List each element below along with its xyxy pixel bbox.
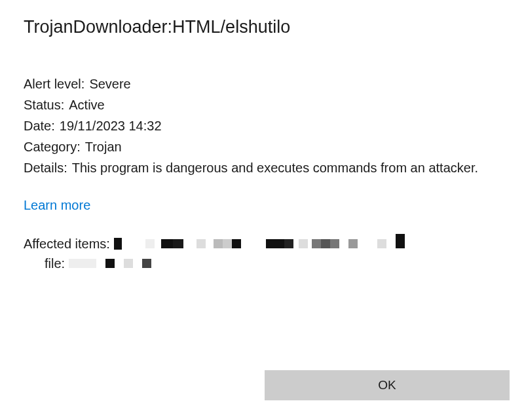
button-row: OK [265,370,510,400]
file-row: file: [24,254,500,273]
category-label: Category: [24,136,81,157]
category-row: Category: Trojan [24,136,500,157]
details-row: Details: This program is dangerous and e… [24,157,500,178]
dialog-content: Alert level: Severe Status: Active Date:… [0,37,524,273]
date-label: Date: [24,115,55,136]
file-label: file: [45,254,65,273]
affected-items-row: Affected items: [24,234,500,254]
status-label: Status: [24,94,64,115]
learn-more-link[interactable]: Learn more [24,198,90,213]
details-label: Details: [24,157,67,178]
alert-level-label: Alert level: [24,73,84,94]
alert-level-value: Severe [89,73,500,94]
date-value: 19/11/2023 14:32 [60,115,500,136]
ok-button[interactable]: OK [265,370,510,400]
date-row: Date: 19/11/2023 14:32 [24,115,500,136]
status-value: Active [69,94,500,115]
category-value: Trojan [85,136,500,157]
redacted-file-path [69,259,151,268]
alert-level-row: Alert level: Severe [24,73,500,94]
redacted-path [114,237,405,251]
dialog-title: TrojanDownloader:HTML/elshutilo [0,0,524,37]
details-value: This program is dangerous and executes c… [72,157,491,178]
affected-items-label: Affected items: [24,234,110,254]
affected-items-section: Affected items: [24,234,500,273]
status-row: Status: Active [24,94,500,115]
